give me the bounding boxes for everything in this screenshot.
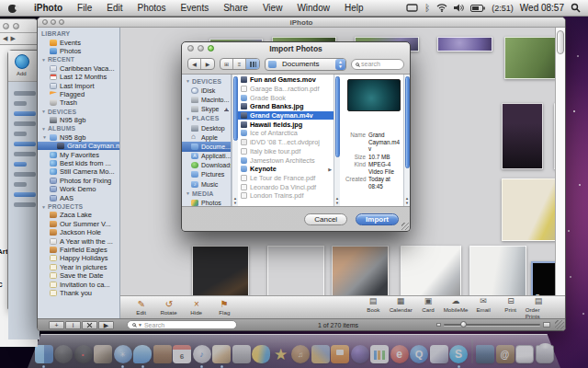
scroll-arrows[interactable]: ▲▼ bbox=[404, 197, 410, 205]
toolbar-button[interactable]: ✎ Edit bbox=[128, 299, 155, 316]
sidebar-row[interactable]: Fairfield Eagles bbox=[38, 246, 119, 254]
disclosure-triangle-icon[interactable]: ▼ bbox=[186, 78, 192, 84]
sidebar-row[interactable]: My Favorites bbox=[38, 150, 119, 158]
back-forward-control[interactable]: ◀ ▶ bbox=[187, 58, 215, 70]
file-row[interactable]: Leonardo Da Vinci.pdf bbox=[238, 182, 334, 191]
file-row[interactable]: Italy bike tour.pdf bbox=[238, 147, 334, 156]
dialog-search-field[interactable]: search bbox=[351, 59, 404, 70]
scrollbar-thumb[interactable] bbox=[233, 76, 238, 141]
popup-stepper-icon[interactable]: ▲▼ bbox=[335, 59, 345, 70]
photo-thumbnail[interactable] bbox=[437, 37, 492, 52]
file-row[interactable]: Grand Banks.jpg bbox=[238, 102, 334, 111]
slideshow-button[interactable]: ▶ bbox=[98, 321, 114, 329]
video-preview-thumbnail[interactable] bbox=[347, 79, 401, 111]
eject-icon[interactable]: ▲ bbox=[224, 107, 229, 111]
dialog-sidebar-row[interactable]: Downloads bbox=[182, 161, 231, 170]
zoom-in-icon[interactable] bbox=[543, 322, 550, 328]
dialog-resize-grip[interactable] bbox=[401, 223, 409, 230]
slider-track[interactable] bbox=[444, 324, 540, 326]
file-row[interactable]: Jamestown Architects bbox=[238, 155, 334, 165]
background-panel[interactable]: Add bbox=[7, 50, 40, 309]
scrollbar-thumb[interactable] bbox=[405, 76, 410, 168]
forward-icon[interactable]: ▶ bbox=[10, 35, 15, 42]
file-row[interactable]: Keynote ▶ bbox=[238, 165, 334, 174]
scrollbar-thumb[interactable] bbox=[335, 76, 340, 157]
menu-clock[interactable]: Wed 08:57 bbox=[520, 3, 564, 13]
list-view-button[interactable]: ≡ bbox=[233, 59, 246, 69]
sidebar-row[interactable]: Save the Date bbox=[38, 271, 119, 280]
sidebar-row[interactable]: Jackson Hole bbox=[38, 228, 119, 236]
bluetooth-icon[interactable]: ᛒ bbox=[424, 3, 430, 13]
sidebar-row[interactable]: ▼ DEVICES bbox=[38, 108, 119, 116]
toolbar-button[interactable]: ☁ MobileMe bbox=[442, 296, 469, 319]
preview-scrollbar[interactable]: ▲▼ bbox=[403, 75, 410, 206]
menu-item[interactable]: iPhoto bbox=[27, 0, 70, 17]
file-row[interactable]: Grand Cayman.m4v bbox=[238, 111, 334, 121]
menu-item[interactable]: Help bbox=[337, 0, 371, 17]
file-row[interactable]: iDVD '08 T...ect.dvdproj bbox=[238, 138, 334, 147]
menu-item[interactable]: Share bbox=[216, 0, 255, 17]
close-button[interactable] bbox=[3, 23, 9, 29]
zoom-out-icon[interactable] bbox=[436, 323, 441, 327]
scroll-arrows[interactable]: ▲▼ bbox=[334, 197, 340, 205]
import-button[interactable]: Import bbox=[356, 213, 399, 225]
disclosure-triangle-icon[interactable]: ▼ bbox=[186, 116, 192, 121]
toolbar-button[interactable]: ⊟ Print bbox=[497, 296, 525, 319]
disclosure-triangle-icon[interactable]: ▼ bbox=[41, 57, 48, 63]
toolbar-button[interactable]: ▤ Book bbox=[359, 296, 387, 319]
sidebar-row[interactable]: Trash bbox=[38, 98, 119, 107]
library-search-field[interactable]: ▼ Search bbox=[127, 320, 237, 329]
apple-menu-icon[interactable] bbox=[7, 3, 17, 13]
dialog-sidebar-row[interactable]: Skype ▲ bbox=[182, 105, 231, 114]
iphoto-titlebar[interactable]: iPhoto bbox=[38, 17, 565, 28]
info-button[interactable]: i bbox=[65, 321, 81, 329]
file-list-scrollbar[interactable]: ▲▼ bbox=[334, 75, 340, 206]
file-row[interactable]: Fun and Games.mov bbox=[238, 75, 334, 85]
file-row[interactable]: Hawaii fields.jpg bbox=[238, 120, 334, 129]
dialog-sidebar-row[interactable]: ▼ PLACES bbox=[182, 114, 231, 123]
volume-icon[interactable] bbox=[454, 4, 464, 12]
sidebar-row[interactable]: Year in pictures bbox=[38, 263, 119, 271]
sidebar-row[interactable]: ▼ RECENT bbox=[38, 55, 119, 63]
slider-knob[interactable] bbox=[460, 321, 467, 328]
sidebar-row[interactable]: Our Summer V... bbox=[38, 220, 119, 228]
sidebar-row[interactable]: Thank you bbox=[38, 289, 119, 297]
dialog-sidebar-row[interactable]: Photos bbox=[182, 198, 231, 206]
sidebar-row[interactable]: ▼ N95 8gb bbox=[38, 133, 119, 142]
dialog-sidebar-row[interactable]: Applicati... bbox=[182, 152, 231, 161]
menu-item[interactable]: Photos bbox=[130, 0, 173, 17]
toolbar-button[interactable]: ▦ Calendar bbox=[387, 296, 414, 319]
dialog-sidebar-row[interactable]: Docume... bbox=[182, 142, 231, 151]
grid-scrollbar[interactable]: ▲ ▼ bbox=[555, 28, 565, 318]
column-view-button[interactable] bbox=[246, 59, 259, 69]
chevron-down-icon[interactable]: ▼ bbox=[138, 322, 142, 328]
dialog-sidebar-row[interactable]: Apple bbox=[182, 132, 231, 142]
toolbar-button[interactable]: ▣ Card bbox=[414, 296, 442, 319]
toolbar-button[interactable]: × Hide bbox=[183, 299, 210, 316]
disclosure-triangle-icon[interactable]: ▼ bbox=[41, 204, 48, 210]
dialog-sidebar-row[interactable]: Music bbox=[182, 179, 231, 189]
menu-item[interactable]: File bbox=[70, 0, 99, 17]
scrollbar-thumb[interactable] bbox=[557, 30, 564, 54]
menu-item[interactable]: Events bbox=[174, 0, 217, 17]
spotlight-search-icon[interactable] bbox=[571, 3, 581, 13]
file-row[interactable]: London Trains.pdf bbox=[238, 191, 334, 201]
sidebar-row[interactable]: N95 8gb bbox=[38, 116, 119, 124]
dialog-sidebar-row[interactable]: ▼ MEDIA bbox=[182, 189, 231, 198]
sidebar-row[interactable]: A Year with the ... bbox=[38, 236, 119, 245]
sidebar-row[interactable]: Photos for Fixing bbox=[38, 177, 119, 185]
toolbar-button[interactable]: ↺ Rotate bbox=[155, 299, 183, 316]
forward-icon[interactable]: ▶ bbox=[201, 59, 214, 69]
sidebar-row[interactable]: Zaca Lake bbox=[38, 211, 119, 219]
sidebar-row[interactable]: ▼ PROJECTS bbox=[38, 202, 119, 211]
sidebar-row[interactable]: Caribbean Vaca... bbox=[38, 64, 119, 73]
sidebar-row[interactable]: Grand Cayman.m4v bbox=[38, 142, 119, 150]
dialog-sidebar-row[interactable]: Macinto... bbox=[182, 95, 231, 104]
traffic-lights[interactable] bbox=[0, 19, 38, 29]
sidebar-row[interactable]: LIBRARY bbox=[38, 29, 119, 38]
disclosure-triangle-icon[interactable]: ▼ bbox=[41, 109, 48, 114]
photo-thumbnail[interactable] bbox=[502, 103, 543, 169]
file-row[interactable]: Ice of Antarctica bbox=[238, 129, 334, 138]
menu-item[interactable]: Window bbox=[289, 0, 337, 17]
sidebar-row[interactable]: Still Camera Mo... bbox=[38, 167, 119, 176]
